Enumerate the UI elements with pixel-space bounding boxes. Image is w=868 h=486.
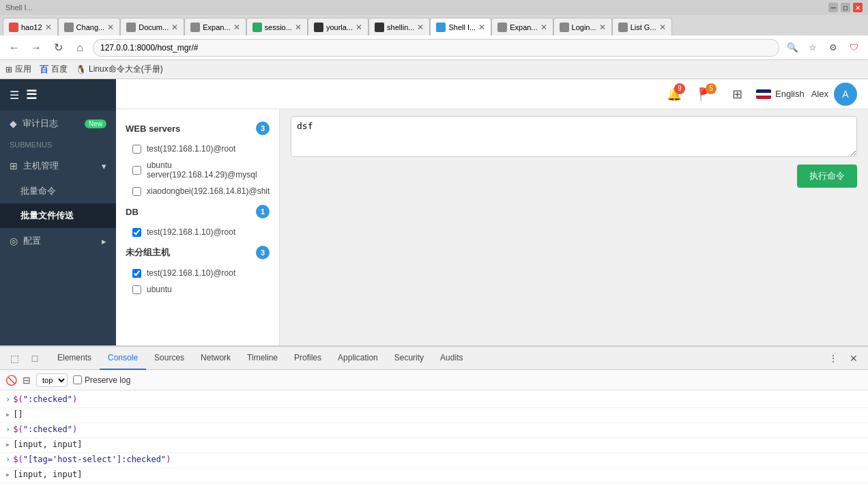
sidebar-item-config[interactable]: ◎ 配置 ▸ bbox=[0, 228, 116, 254]
sidebar-menu-icon[interactable]: ☰ bbox=[10, 89, 19, 102]
tab-sources[interactable]: Sources bbox=[146, 347, 192, 370]
tab-close[interactable]: ✕ bbox=[171, 23, 178, 32]
tab-close[interactable]: ✕ bbox=[45, 23, 52, 32]
sidebar-item-audit[interactable]: ◆ 审计日志 New bbox=[0, 111, 116, 137]
grid-btn[interactable]: ⊞ bbox=[725, 82, 749, 106]
preserve-log-label[interactable]: Preserve log bbox=[73, 375, 130, 385]
devtools-cursor-icon[interactable]: ⬚ bbox=[5, 349, 23, 367]
tab-application[interactable]: Application bbox=[330, 347, 386, 370]
preserve-log-checkbox[interactable] bbox=[73, 375, 82, 384]
host-item-ubuntu-mysql[interactable]: ubuntu server(192.168.14.29)@mysql bbox=[116, 157, 279, 183]
host-checkbox-ungroup-ubuntu[interactable] bbox=[132, 285, 141, 294]
tab-close[interactable]: ✕ bbox=[107, 23, 114, 32]
tab-sessio[interactable]: sessio... ✕ bbox=[246, 18, 308, 35]
tab-close[interactable]: ✕ bbox=[356, 23, 362, 32]
tab-timeline[interactable]: Timeline bbox=[239, 347, 286, 370]
language-selector[interactable]: English bbox=[756, 89, 805, 99]
host-checkbox-xdb[interactable] bbox=[132, 187, 141, 196]
home-button[interactable]: ⌂ bbox=[71, 39, 89, 57]
minimize-btn[interactable]: ─ bbox=[828, 3, 838, 12]
devtools-close-icon[interactable]: ✕ bbox=[845, 349, 863, 367]
tab-hao12[interactable]: hao12 ✕ bbox=[3, 18, 58, 35]
tab-shell-active[interactable]: Shell I... ✕ bbox=[430, 18, 491, 35]
bookmark-baidu[interactable]: 百 百度 bbox=[40, 63, 68, 76]
tab-label: Shell I... bbox=[448, 23, 476, 31]
tab-label: Expan... bbox=[203, 23, 230, 31]
tab-label: Login... bbox=[572, 23, 596, 31]
host-item-xdb[interactable]: xiaodongbei(192.168.14.81)@shit bbox=[116, 183, 279, 199]
tab-expan1[interactable]: Expan... ✕ bbox=[184, 18, 246, 35]
tab-label: yourla... bbox=[326, 23, 353, 31]
tab-close[interactable]: ✕ bbox=[478, 23, 485, 32]
bookmark-linux[interactable]: 🐧 Linux命令大全(手册) bbox=[76, 63, 163, 75]
host-item-db-test[interactable]: test(192.168.1.10)@root bbox=[116, 224, 279, 240]
host-checkbox-ungroup-test[interactable] bbox=[132, 269, 141, 278]
host-checkbox-ubuntu-mysql[interactable] bbox=[132, 166, 141, 175]
reload-button[interactable]: ↻ bbox=[49, 39, 67, 57]
bookmark-apps[interactable]: ⊞ 应用 bbox=[5, 63, 31, 75]
url-input[interactable] bbox=[93, 39, 779, 57]
tab-yourla[interactable]: yourla... ✕ bbox=[308, 18, 368, 35]
tab-shellin[interactable]: shellin... ✕ bbox=[368, 18, 430, 35]
console-filter-icon[interactable]: ⊟ bbox=[23, 375, 31, 386]
devtools-overflow-icon[interactable]: ⋮ bbox=[824, 349, 842, 367]
address-bar: ← → ↻ ⌂ 🔍 ☆ ⚙ 🛡 bbox=[0, 35, 868, 60]
tab-favicon bbox=[375, 23, 384, 32]
bookmark-apps-label: 应用 bbox=[15, 63, 31, 75]
tab-login[interactable]: Login... ✕ bbox=[553, 18, 612, 35]
devtools-tabs: ⬚ □ Elements Console Sources Network Tim… bbox=[0, 347, 868, 370]
console-context-select[interactable]: top bbox=[36, 373, 68, 387]
tab-security[interactable]: Security bbox=[386, 347, 432, 370]
command-textarea[interactable]: dsf bbox=[291, 116, 857, 157]
tab-audits[interactable]: Audits bbox=[432, 347, 471, 370]
alerts-btn[interactable]: 🚩 5 bbox=[693, 82, 718, 106]
tab-profiles[interactable]: Profiles bbox=[286, 347, 330, 370]
tab-docum[interactable]: Docum... ✕ bbox=[120, 18, 184, 35]
host-item-ungroup-ubuntu[interactable]: ubuntu bbox=[116, 281, 279, 298]
tab-elements[interactable]: Elements bbox=[49, 347, 100, 370]
sidebar-subitem-batch-cmd[interactable]: 批量命令 bbox=[0, 179, 116, 203]
tab-close[interactable]: ✕ bbox=[417, 23, 424, 32]
sidebar-subitem-batch-file[interactable]: 批量文件传送 bbox=[0, 203, 116, 228]
console-stop-icon[interactable]: 🚫 bbox=[5, 375, 17, 386]
group-header-db: DB 1 bbox=[116, 199, 279, 224]
host-checkbox-test1[interactable] bbox=[132, 145, 141, 154]
tab-close[interactable]: ✕ bbox=[295, 23, 302, 32]
user-menu[interactable]: Alex A bbox=[811, 83, 857, 106]
forward-button[interactable]: → bbox=[27, 39, 45, 57]
preserve-log-text: Preserve log bbox=[85, 375, 130, 385]
tab-chang[interactable]: Chang... ✕ bbox=[58, 18, 121, 35]
console-output-arrow-6[interactable]: ▸ bbox=[5, 470, 10, 479]
group-badge-web: 3 bbox=[256, 121, 270, 135]
tab-close[interactable]: ✕ bbox=[233, 23, 240, 32]
console-output-arrow-2[interactable]: ▸ bbox=[5, 410, 10, 419]
tab-console[interactable]: Console bbox=[100, 347, 146, 370]
chevron-right-icon: ▸ bbox=[102, 236, 106, 246]
console-output-arrow-4[interactable]: ▸ bbox=[5, 440, 10, 449]
maximize-btn[interactable]: □ bbox=[841, 3, 850, 12]
tab-close[interactable]: ✕ bbox=[659, 23, 666, 32]
host-item-test1[interactable]: test(192.168.1.10)@root bbox=[116, 141, 279, 157]
sidebar-item-hostmgr[interactable]: ⊞ 主机管理 ▾ bbox=[0, 153, 116, 179]
notifications-btn[interactable]: 🔔 9 bbox=[662, 82, 686, 106]
config-icon: ◎ bbox=[10, 235, 18, 246]
host-checkbox-db-test[interactable] bbox=[132, 228, 141, 237]
search-icon-btn[interactable]: 🔍 bbox=[783, 39, 801, 57]
sidebar-header: ☰ ☰ bbox=[0, 79, 116, 111]
tab-close[interactable]: ✕ bbox=[540, 23, 547, 32]
tab-expan2[interactable]: Expan... ✕ bbox=[491, 18, 553, 35]
tab-close[interactable]: ✕ bbox=[599, 23, 606, 32]
execute-button[interactable]: 执行命令 bbox=[797, 165, 857, 188]
devtools-panel: ⬚ □ Elements Console Sources Network Tim… bbox=[0, 345, 868, 486]
shield-icon-btn[interactable]: 🛡 bbox=[845, 39, 863, 57]
close-btn[interactable]: ✕ bbox=[853, 3, 863, 12]
back-button[interactable]: ← bbox=[5, 39, 23, 57]
tab-network[interactable]: Network bbox=[192, 347, 239, 370]
host-item-ungroup-test[interactable]: test(192.168.1.10)@root bbox=[116, 265, 279, 281]
bookmark-icon-btn[interactable]: ☆ bbox=[804, 39, 822, 57]
devtools-mobile-icon[interactable]: □ bbox=[26, 349, 44, 367]
tab-timeline-label: Timeline bbox=[247, 353, 278, 362]
tab-listg[interactable]: List G... ✕ bbox=[612, 18, 672, 35]
extensions-icon-btn[interactable]: ⚙ bbox=[824, 39, 842, 57]
chevron-down-icon: ▾ bbox=[102, 161, 106, 171]
